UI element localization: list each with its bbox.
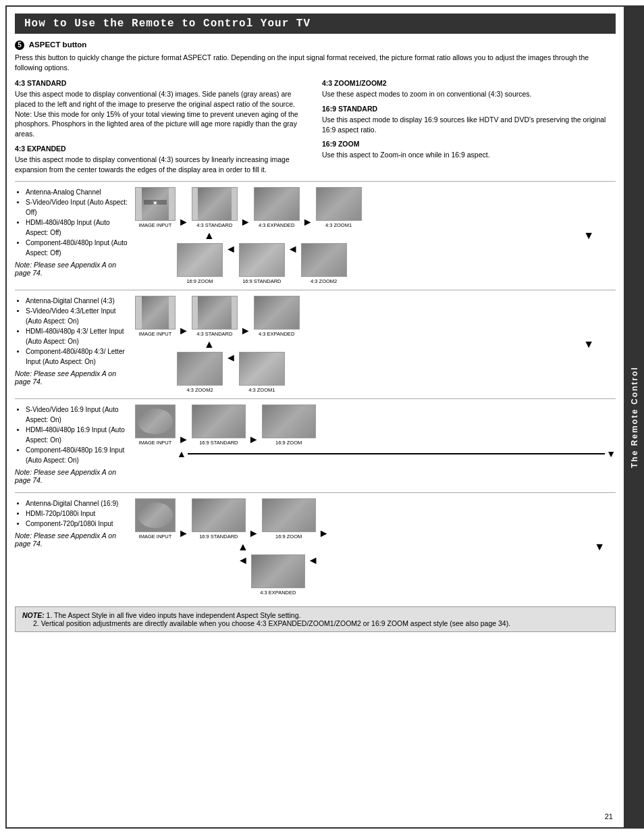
label-169standard-g4: 16:9 STANDARD	[199, 533, 238, 540]
tv-43expanded-g2: 4:3 EXPANDED	[254, 296, 300, 337]
page-number: 21	[605, 812, 613, 820]
tv-169zoom-g4: 16:9 ZOOM	[262, 498, 316, 540]
list-item: Component-720p/1080i Input	[26, 519, 130, 529]
arrow-down-1: ▼	[583, 230, 594, 242]
arrow-g4-1: ►	[178, 527, 189, 540]
list-item: S-Video/Video 4:3/Letter Input (Auto Asp…	[26, 306, 130, 326]
bottom-note-item-1: 1. The Aspect Style in all five video in…	[47, 611, 301, 619]
tv-43expanded: 4:3 EXPANDED	[254, 187, 300, 228]
arrow-3: ►	[302, 216, 313, 228]
arrow-up-1: ▲	[204, 230, 215, 242]
list-item: Component-480i/480p Input (Auto Aspect: …	[26, 238, 130, 258]
tv-43zoom1: 4:3 ZOOM1	[316, 187, 362, 228]
tv-169zoom-g3: 16:9 ZOOM	[262, 405, 316, 446]
diagram-group-4-bullets: Antenna-Digital Channel (16:9) HDMI-720p…	[15, 498, 130, 596]
label-169zoom: 16:9 ZOOM	[186, 278, 213, 284]
list-item: HDMI-480i/480p 4:3/ Letter Input (Auto A…	[26, 326, 130, 346]
label-43standard: 4:3 STANDARD	[196, 222, 232, 228]
arrow-up-g4: ▲	[238, 541, 248, 553]
diagram-group-3-bullets: S-Video/Video 16:9 Input (Auto Aspect: O…	[15, 405, 130, 487]
arrow-g2-2: ►	[240, 325, 251, 337]
arrow-g2-1: ►	[178, 325, 189, 337]
subsection-43standard-title: 4:3 STANDARD	[15, 79, 308, 87]
label-169standard-g3: 16:9 STANDARD	[199, 440, 238, 446]
list-item: Component-480i/480p 4:3/ Letter Input (A…	[26, 346, 130, 367]
subsection-43standard-text: Use this aspect mode to display conventi…	[15, 89, 308, 138]
col-left: 4:3 STANDARD Use this aspect mode to dis…	[15, 79, 308, 174]
tv-image-input-3: IMAGE INPUT	[135, 405, 176, 446]
tv-43standard: 4:3 STANDARD	[192, 187, 238, 228]
diagram-group-3: S-Video/Video 16:9 Input (Auto Aspect: O…	[15, 398, 616, 492]
arrow-1: ►	[178, 216, 189, 228]
list-item: Antenna-Analog Channel	[26, 187, 130, 197]
subsection-43expanded-title: 4:3 EXPANDED	[15, 145, 308, 153]
main-content: How to Use the Remote to Control Your TV…	[5, 5, 625, 829]
note-2: Note: Please see Appendix A on page 74.	[15, 369, 130, 386]
label-43zoom2-g2: 4:3 ZOOM2	[186, 387, 213, 393]
arrow-2: ►	[240, 216, 251, 228]
subsection-zoom12-text: Use these aspect modes to zoom in on con…	[322, 89, 616, 99]
page-title: How to Use the Remote to Control Your TV	[15, 14, 616, 34]
tv-43expanded-g4: 4:3 EXPANDED	[251, 554, 305, 596]
diagram-group-1-flow: ▣ IMAGE INPUT ►	[135, 187, 616, 284]
subsections-container: 4:3 STANDARD Use this aspect mode to dis…	[15, 79, 616, 174]
tv-43zoom2: 4:3 ZOOM2	[301, 243, 347, 284]
note-4: Note: Please see Appendix A on page 74.	[15, 531, 130, 548]
arrow-g3-1: ►	[178, 434, 189, 446]
label-43expanded: 4:3 EXPANDED	[259, 222, 294, 228]
tv-43standard-g2: 4:3 STANDARD	[192, 296, 238, 337]
arrow-g3-2: ►	[248, 434, 259, 446]
arrow-left-g2: ◄	[225, 352, 236, 364]
tv-169standard-g4: 16:9 STANDARD	[192, 498, 246, 540]
bullet-list-4: Antenna-Digital Channel (16:9) HDMI-720p…	[15, 498, 130, 529]
arrow-down-g4: ▼	[594, 541, 605, 553]
diagram-group-2-bullets: Antenna-Digital Channel (4:3) S-Video/Vi…	[15, 296, 130, 393]
list-item: S-Video/Video 16:9 Input (Auto Aspect: O…	[26, 405, 130, 425]
label-43standard-g2: 4:3 STANDARD	[196, 331, 232, 337]
label-43zoom1-top: 4:3 ZOOM1	[325, 222, 352, 228]
arrow-left-2: ◄	[288, 243, 298, 255]
arrow-left-g4: ◄	[238, 554, 248, 567]
list-item: HDMI-480i/480p 16:9 Input (Auto Aspect: …	[26, 425, 130, 445]
list-item: HDMI-480i/480p Input (Auto Aspect: Off)	[26, 217, 130, 238]
subsection-43expanded-text: Use this aspect mode to display conventi…	[15, 155, 308, 174]
arrow-left-1: ◄	[225, 243, 236, 255]
label-image-input-3: IMAGE INPUT	[139, 440, 172, 446]
diagram-group-3-flow: IMAGE INPUT ► 16:9 STANDARD ►	[135, 405, 616, 487]
bottom-note-label: NOTE:	[22, 611, 45, 619]
arrow-g4-2: ►	[248, 527, 259, 540]
diagram-group-2-flow: IMAGE INPUT ►	[135, 296, 616, 393]
tv-169standard: 16:9 STANDARD	[239, 243, 285, 284]
list-item: S-Video/Video Input (Auto Aspect: Off)	[26, 197, 130, 217]
label-43expanded-g4: 4:3 EXPANDED	[260, 590, 296, 596]
bullet-number: 5	[15, 41, 24, 50]
subsection-169zoom-title: 16:9 ZOOM	[322, 140, 616, 148]
list-item: Component-480i/480p 16:9 Input (Auto Asp…	[26, 445, 130, 465]
diagram-group-2: Antenna-Digital Channel (4:3) S-Video/Vi…	[15, 290, 616, 398]
tv-image-input-1: ▣ IMAGE INPUT	[135, 187, 176, 228]
subsection-169standard-text: Use this aspect mode to display 16:9 sou…	[322, 115, 616, 134]
list-item: Antenna-Digital Channel (4:3)	[26, 296, 130, 306]
list-item: HDMI-720p/1080i Input	[26, 509, 130, 519]
label-43zoom1-g2: 4:3 ZOOM1	[248, 387, 275, 393]
subsection-zoom12-title: 4:3 ZOOM1/ZOOM2	[322, 79, 616, 87]
arrow-up-g2: ▲	[204, 338, 215, 350]
label-43zoom2-g1: 4:3 ZOOM2	[311, 278, 337, 284]
diagram-group-1-bullets: Antenna-Analog Channel S-Video/Video Inp…	[15, 187, 130, 284]
aspect-intro: Press this button to quickly change the …	[15, 53, 616, 72]
tv-169standard-g3: 16:9 STANDARD	[192, 405, 246, 446]
arrow-left-g4-2: ◄	[308, 554, 319, 567]
label-43expanded-g2: 4:3 EXPANDED	[259, 331, 294, 337]
label-169standard: 16:9 STANDARD	[242, 278, 281, 284]
label-image-input-1: IMAGE INPUT	[139, 222, 172, 228]
diagram-group-4-flow: IMAGE INPUT ► 16:9 STANDARD ►	[135, 498, 616, 596]
tv-image-input-4: IMAGE INPUT	[135, 498, 176, 540]
aspect-section: 5 ASPECT button Press this button to qui…	[15, 41, 616, 72]
diagram-group-4: Antenna-Digital Channel (16:9) HDMI-720p…	[15, 492, 616, 601]
arrow-down-g2: ▼	[583, 338, 594, 350]
bottom-note: NOTE: 1. The Aspect Style in all five vi…	[15, 606, 616, 632]
sidebar-tab: The Remote Control	[625, 5, 644, 829]
bullet-list-3: S-Video/Video 16:9 Input (Auto Aspect: O…	[15, 405, 130, 465]
note-3: Note: Please see Appendix A on page 74.	[15, 468, 130, 484]
bottom-note-item-2: 2. Vertical position adjustments are dir…	[22, 619, 510, 627]
